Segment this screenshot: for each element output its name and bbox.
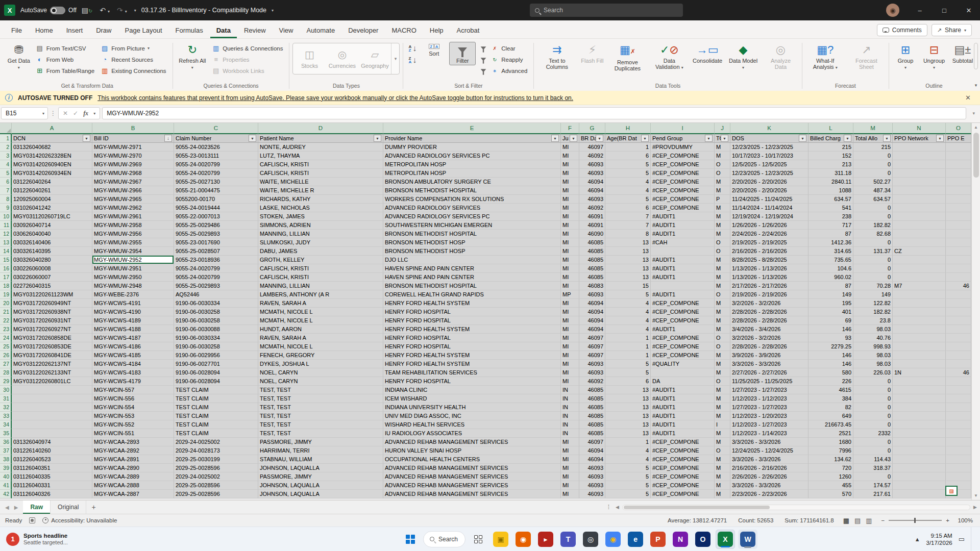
cell-L14[interactable]: 314.65	[808, 247, 853, 256]
cell-H37[interactable]: 4	[605, 446, 651, 455]
cell-O16[interactable]	[946, 264, 971, 273]
cell-J13[interactable]: O	[715, 238, 730, 247]
cell-K20[interactable]: 3/2/2026 - 3/2/2026	[730, 299, 808, 308]
column-header-L[interactable]: L	[808, 123, 853, 134]
cell-O6[interactable]	[946, 178, 971, 186]
cell-M24[interactable]: 40.76	[853, 334, 893, 342]
tab-file[interactable]: File	[5, 23, 28, 38]
header-cell-L1[interactable]: Billed Charg▼	[808, 134, 853, 143]
row-header-36[interactable]: 36	[0, 438, 12, 446]
cell-O15[interactable]	[946, 256, 971, 264]
horizontal-scrollbar[interactable]: ◀ ▶	[612, 500, 980, 514]
cell-B18[interactable]: MGY-WMUW-2948	[92, 282, 174, 290]
filter-button-J[interactable]: ▼	[721, 135, 728, 142]
cell-A6[interactable]: 031226040264	[12, 178, 92, 186]
cell-E4[interactable]: METROPOLITAN HOSP	[383, 160, 561, 169]
cell-J37[interactable]: O	[715, 446, 730, 455]
cell-A18[interactable]: 022726040315	[12, 282, 92, 290]
cell-D42[interactable]: JOHNSON, LAQUALLA	[258, 490, 383, 498]
cell-L2[interactable]: 215	[808, 143, 853, 152]
cell-K26[interactable]: 3/9/2026 - 3/9/2026	[730, 351, 808, 360]
cell-M29[interactable]: 0	[853, 377, 893, 386]
cell-I30[interactable]: #AUDIT1	[651, 386, 715, 394]
cell-N3[interactable]	[893, 152, 946, 160]
cell-J34[interactable]: I	[715, 420, 730, 429]
cell-O21[interactable]	[946, 308, 971, 316]
cell-M20[interactable]: 122.82	[853, 299, 893, 308]
row-header-2[interactable]: 2	[0, 143, 12, 152]
cell-N27[interactable]	[893, 360, 946, 368]
expand-formula-bar-icon[interactable]: ▾	[968, 111, 979, 116]
taskbar-app-onenote[interactable]: N	[671, 530, 690, 549]
cell-I9[interactable]: #CEP_COMPONE	[651, 204, 715, 212]
cell-J41[interactable]: M	[715, 481, 730, 490]
cell-O29[interactable]	[946, 377, 971, 386]
cell-D15[interactable]: GROTH, KELLEY	[258, 256, 383, 264]
cell-I24[interactable]: #CEP_COMPONE	[651, 334, 715, 342]
cell-D31[interactable]: TEST, TEST	[258, 394, 383, 403]
cell-N29[interactable]	[893, 377, 946, 386]
row-header-4[interactable]: 4	[0, 160, 12, 169]
cell-I13[interactable]: #CAH	[651, 238, 715, 247]
cell-C16[interactable]: 9055-24-0020799	[174, 264, 258, 273]
cell-D34[interactable]: TEST, TEST	[258, 420, 383, 429]
cell-E2[interactable]: DUMMY PROVIDER	[383, 143, 561, 152]
cell-I20[interactable]: #CEP_COMPONE	[651, 299, 715, 308]
cell-O17[interactable]	[946, 273, 971, 282]
cell-F25[interactable]: MI	[561, 342, 579, 351]
cell-E23[interactable]: HENRY FORD HEALTH SYSTEM	[383, 325, 561, 334]
existing-connections-button[interactable]: ▥Existing Connections	[100, 65, 169, 76]
cell-I34[interactable]: #AUDIT1	[651, 420, 715, 429]
cell-H21[interactable]: 4	[605, 308, 651, 316]
cell-E13[interactable]: BRONSON METHODIST HOSP	[383, 238, 561, 247]
cell-H32[interactable]: 13	[605, 403, 651, 412]
cell-K4[interactable]: 12/5/2025 - 12/5/2025	[730, 160, 808, 169]
zoom-out-button[interactable]: −	[881, 517, 885, 523]
cell-N12[interactable]	[893, 230, 946, 238]
cell-B8[interactable]: MGY-WMUW-2965	[92, 195, 174, 204]
tab-review[interactable]: Review	[238, 23, 272, 38]
cell-A3[interactable]: MGY031420262328EN	[12, 152, 92, 160]
cell-J33[interactable]: M	[715, 412, 730, 420]
cell-C39[interactable]: 2029-25-0028596	[174, 464, 258, 472]
task-view-button[interactable]	[469, 530, 488, 549]
row-header-23[interactable]: 23	[0, 325, 12, 334]
cell-O13[interactable]	[946, 238, 971, 247]
cell-G36[interactable]: 46097	[579, 438, 605, 446]
cell-A5[interactable]: MGY031420260934EN	[12, 169, 92, 178]
cell-C2[interactable]: 9055-24-0023526	[174, 143, 258, 152]
column-header-J[interactable]: J	[715, 123, 730, 134]
taskbar-app-camera[interactable]: ◎	[581, 530, 600, 549]
cell-B16[interactable]: MGY-WMUW-2951	[92, 264, 174, 273]
cell-G4[interactable]: 46093	[579, 160, 605, 169]
cell-M27[interactable]: 98.03	[853, 360, 893, 368]
cell-O27[interactable]	[946, 360, 971, 368]
filter-button-H[interactable]: ▼	[641, 135, 649, 142]
cell-I11[interactable]: #AUDIT1	[651, 221, 715, 230]
cell-G33[interactable]: 46085	[579, 412, 605, 420]
cell-B20[interactable]: MGY-WCWS-4191	[92, 299, 174, 308]
cell-M14[interactable]: 131.37	[853, 247, 893, 256]
cell-F31[interactable]: IN	[561, 394, 579, 403]
cell-A20[interactable]: MGY031720260949NT	[12, 299, 92, 308]
gallery-more-button[interactable]: ▾	[391, 43, 399, 74]
cell-O2[interactable]	[946, 143, 971, 152]
cell-L33[interactable]: 649	[808, 412, 853, 420]
header-cell-B1[interactable]: Bill ID↓	[92, 134, 174, 143]
cell-I6[interactable]: #CEP_COMPONE	[651, 178, 715, 186]
cell-O11[interactable]	[946, 221, 971, 230]
cell-H28[interactable]: 5	[605, 368, 651, 377]
currencies-button[interactable]: ◎Currencies	[326, 43, 358, 74]
cell-G15[interactable]: 46085	[579, 256, 605, 264]
taskbar-app-chrome[interactable]: ◉	[603, 530, 623, 549]
filter-button[interactable]: Filter	[449, 42, 476, 65]
scroll-left-icon[interactable]: ◀	[612, 505, 622, 510]
cell-I29[interactable]: DA	[651, 377, 715, 386]
data-validation-button[interactable]: ✓⊘Data Validation ▾	[649, 42, 689, 72]
cell-G8[interactable]: 46093	[579, 195, 605, 204]
cell-C40[interactable]: 2029-24-0025002	[174, 472, 258, 481]
cell-H26[interactable]: 1	[605, 351, 651, 360]
row-header-27[interactable]: 27	[0, 360, 12, 368]
column-header-H[interactable]: H	[605, 123, 651, 134]
cell-H8[interactable]: 5	[605, 195, 651, 204]
